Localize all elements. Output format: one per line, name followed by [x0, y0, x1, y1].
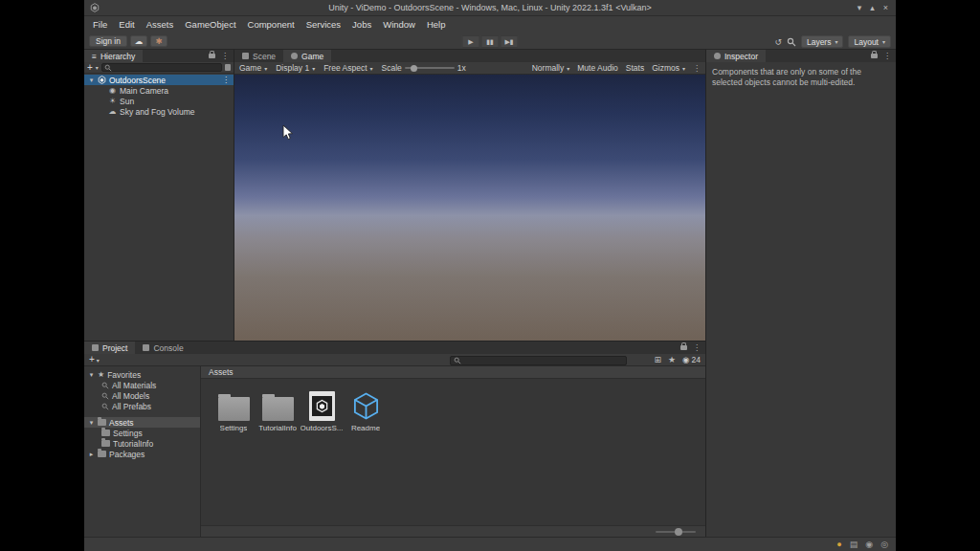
scale-slider-knob[interactable] [411, 65, 417, 72]
lock-icon[interactable] [209, 54, 215, 58]
close-icon[interactable]: × [883, 3, 888, 12]
tree-row-sun[interactable]: ☀ Sun [84, 96, 234, 106]
search-by-type-icon[interactable]: ⊞ [654, 355, 661, 364]
object-name: Main Camera [120, 86, 168, 96]
favorite-all-models[interactable]: All Models [84, 390, 200, 401]
aspect-dropdown[interactable]: Free Aspect ▾ [323, 63, 372, 73]
chevron-down-icon[interactable]: ▾ [96, 64, 99, 71]
scene-name: OutdoorsScene [109, 76, 166, 85]
favorites-label: Favorites [107, 370, 141, 380]
settings-folder-row[interactable]: Settings [84, 428, 200, 438]
kebab-menu-icon[interactable]: ⋮ [221, 52, 229, 60]
scale-label: Scale [382, 63, 402, 73]
undo-history-icon[interactable]: ↺ [774, 37, 782, 47]
foldout-open-icon[interactable]: ▾ [88, 77, 95, 84]
kebab-menu-icon[interactable]: ⋮ [693, 343, 701, 352]
sign-in-button[interactable]: Sign in [89, 35, 127, 47]
hidden-count-value: 24 [692, 355, 701, 364]
version-control-button[interactable]: ✱ [150, 35, 167, 47]
kebab-menu-icon[interactable]: ⋮ [693, 64, 701, 73]
favorite-all-prefabs[interactable]: All Prefabs [84, 401, 200, 411]
gizmos-dropdown[interactable]: Gizmos ▾ [652, 63, 685, 73]
favorites-row[interactable]: ▾ ★ Favorites [84, 369, 200, 380]
eye-icon: ◉ [682, 355, 689, 364]
cloud-icon: ☁ [135, 36, 144, 46]
project-toolbar: + ▾ ⊞ ★ ◉ [84, 354, 705, 366]
layers-label: Layers [807, 37, 832, 47]
foldout-closed-icon[interactable]: ▸ [88, 451, 95, 458]
tutorialinfo-folder-row[interactable]: TutorialInfo [84, 438, 200, 449]
menu-component[interactable]: Component [242, 16, 301, 33]
favorite-search-icon[interactable]: ★ [668, 355, 676, 364]
asset-item-readme[interactable]: Readme [344, 386, 388, 432]
step-button[interactable]: ▶▮ [501, 35, 519, 48]
cloud-button[interactable]: ☁ [130, 35, 147, 47]
favorite-all-materials[interactable]: All Materials [84, 380, 200, 390]
layout-dropdown[interactable]: Layout ▾ [848, 35, 891, 48]
menu-file[interactable]: File [87, 16, 113, 33]
maximize-icon[interactable]: ▴ [870, 3, 875, 12]
foldout-open-icon[interactable]: ▾ [88, 419, 95, 427]
project-search-input[interactable] [463, 357, 623, 365]
packages-row[interactable]: ▸ Packages [84, 449, 200, 459]
activity-icon[interactable]: ◉ [865, 540, 873, 549]
scale-slider[interactable] [405, 67, 455, 69]
breadcrumb-label: Assets [209, 367, 234, 377]
mute-audio-toggle[interactable]: Mute Audio [577, 63, 618, 73]
hidden-count-badge[interactable]: ◉ 24 [682, 355, 701, 364]
scene-visibility-icon[interactable] [225, 64, 231, 71]
tree-row-scene[interactable]: ▾ OutdoorsScene ⋮ [84, 75, 234, 85]
project-searchbox[interactable] [450, 356, 627, 365]
kebab-menu-icon[interactable]: ⋮ [883, 52, 891, 60]
tab-game[interactable]: Game [283, 50, 331, 62]
icon-size-slider-knob[interactable] [675, 528, 682, 536]
display-dropdown[interactable]: Display 1 ▾ [276, 63, 315, 73]
play-button[interactable]: ▶ [462, 35, 480, 48]
assets-grid: Settings TutorialInfo [201, 379, 705, 525]
search-icon [101, 392, 109, 400]
hierarchy-searchbox[interactable] [101, 63, 222, 72]
play-focus-label: Normally [532, 63, 565, 73]
menu-edit[interactable]: Edit [113, 16, 140, 33]
lock-icon[interactable] [680, 345, 687, 350]
tab-console[interactable]: Console [135, 342, 190, 354]
add-object-button[interactable]: + [87, 63, 93, 73]
hierarchy-search-input[interactable] [114, 64, 219, 72]
tab-project[interactable]: Project [84, 342, 135, 354]
icon-size-slider[interactable] [656, 531, 696, 533]
notification-icon[interactable]: ● [836, 540, 841, 549]
minimize-icon[interactable]: ▾ [858, 3, 862, 12]
tab-scene[interactable]: Scene [234, 50, 283, 62]
tab-inspector[interactable]: Inspector [706, 50, 766, 62]
tree-row-main-camera[interactable]: ◉ Main Camera [84, 85, 234, 96]
asset-item-settings[interactable]: Settings [212, 386, 256, 432]
play-focus-dropdown[interactable]: Normally ▾ [532, 63, 570, 73]
progress-icon[interactable]: ◎ [880, 540, 888, 549]
asset-item-tutorialinfo[interactable]: TutorialInfo [256, 386, 300, 432]
tab-hierarchy[interactable]: ≡ Hierarchy [84, 50, 143, 62]
stats-toggle[interactable]: Stats [626, 63, 644, 73]
asset-item-outdoorsscene[interactable]: OutdoorsS... [300, 386, 344, 432]
search-icon[interactable] [787, 37, 796, 47]
lock-icon[interactable] [871, 54, 878, 58]
menu-help[interactable]: Help [421, 16, 452, 33]
foldout-open-icon[interactable]: ▾ [88, 371, 95, 379]
search-icon [104, 64, 112, 72]
kebab-menu-icon[interactable]: ⋮ [222, 76, 234, 84]
console-log-icon[interactable]: ▤ [850, 540, 858, 549]
game-mode-dropdown[interactable]: Game ▾ [239, 63, 267, 73]
create-asset-button[interactable]: + [89, 355, 95, 364]
layers-dropdown[interactable]: Layers ▾ [801, 35, 844, 48]
favorite-label: All Models [112, 391, 149, 401]
menu-assets[interactable]: Assets [141, 16, 180, 33]
assets-folder-row[interactable]: ▾ Assets [84, 417, 200, 428]
pause-button[interactable]: ▮▮ [481, 35, 500, 48]
menu-gameobject[interactable]: GameObject [179, 16, 241, 33]
asset-label: TutorialInfo [258, 424, 297, 432]
menu-services[interactable]: Services [301, 16, 346, 33]
tree-row-sky-fog-volume[interactable]: ☁ Sky and Fog Volume [84, 106, 234, 117]
menu-jobs[interactable]: Jobs [346, 16, 377, 33]
chevron-down-icon[interactable]: ▾ [97, 357, 100, 364]
menu-window[interactable]: Window [377, 16, 421, 33]
game-viewport[interactable] [234, 75, 705, 341]
